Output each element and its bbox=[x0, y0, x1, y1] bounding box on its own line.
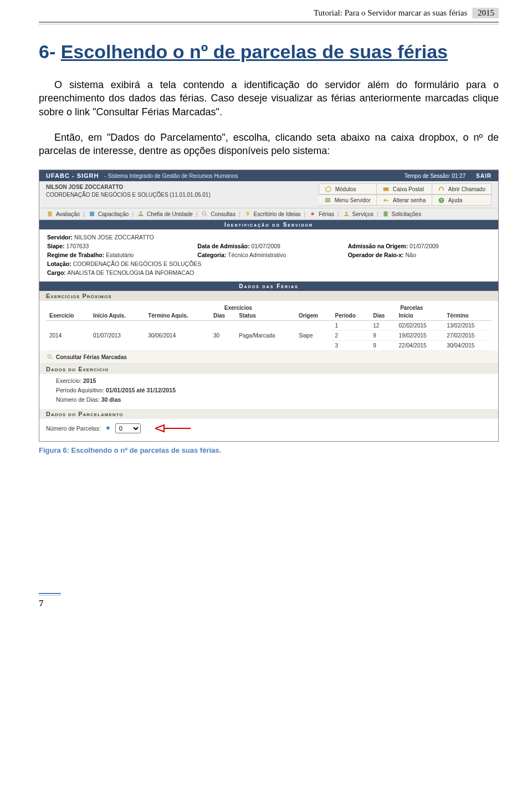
band-identificacao: Identificação do Servidor bbox=[39, 220, 498, 229]
svg-rect-19 bbox=[383, 212, 387, 217]
nav-servicos[interactable]: Serviços bbox=[342, 210, 374, 218]
consultar-ferias-link[interactable]: Consultar Férias Marcadas bbox=[46, 353, 127, 361]
consultar-ferias-label: Consultar Férias Marcadas bbox=[56, 354, 127, 360]
header-rule-thin bbox=[39, 24, 499, 24]
col-dias2: Dias bbox=[370, 311, 395, 321]
svg-point-17 bbox=[311, 213, 314, 216]
col-origem: Origem bbox=[295, 311, 332, 321]
col-termino: Término bbox=[443, 311, 492, 321]
exercicio-panel: Exercício: 2015 Período Aquisitivo: 01/0… bbox=[39, 374, 498, 408]
system-topbar: UFABC - SIGRH - Sistema Integrado de Ges… bbox=[39, 170, 498, 181]
nav-solicitacoes[interactable]: Solicitações bbox=[382, 210, 421, 218]
toplink-abrir-chamado[interactable]: Abrir Chamado bbox=[432, 183, 492, 195]
raiox-label: Operador de Raio-x: bbox=[348, 252, 404, 258]
toplink-label: Módulos bbox=[335, 186, 356, 192]
nav-ferias[interactable]: Férias bbox=[309, 210, 334, 218]
nav-label: Chefia de Unidade bbox=[147, 211, 193, 217]
doc-icon bbox=[382, 210, 390, 218]
user-name: NILSON JOSE ZOCCARATTO bbox=[46, 183, 319, 191]
nav-chefia[interactable]: Chefia de Unidade bbox=[137, 210, 193, 218]
person-icon bbox=[342, 210, 350, 218]
cell-periodo: 3 bbox=[332, 341, 370, 351]
toplink-alterar-senha[interactable]: Alterar senha bbox=[377, 195, 432, 206]
nav-avaliacao[interactable]: Avaliação bbox=[46, 210, 80, 218]
svg-rect-2 bbox=[325, 199, 331, 201]
svg-point-20 bbox=[48, 355, 51, 358]
toplink-caixa-postal[interactable]: Caixa Postal bbox=[377, 183, 432, 195]
brand-label: UFABC - SIGRH bbox=[46, 172, 99, 179]
page-number: 7 bbox=[39, 595, 61, 609]
nav-label: Férias bbox=[319, 211, 334, 217]
toplink-ajuda[interactable]: ? Ajuda bbox=[432, 195, 492, 206]
servidor-label: Servidor: bbox=[47, 234, 73, 241]
svg-point-18 bbox=[345, 212, 347, 214]
num-parcelas-select[interactable]: 0 bbox=[115, 423, 141, 433]
paragraph-2: Então, em "Dados do Parcelamento", escol… bbox=[39, 131, 499, 158]
siape-label: Siape: bbox=[47, 243, 65, 249]
user-unit: COORDENAÇÃO DE NEGÓCIOS E SOLUÇÕES (11.0… bbox=[46, 191, 319, 199]
cell-termino: 13/02/2015 bbox=[443, 321, 492, 331]
cell-termino: 30/04/2015 bbox=[443, 341, 492, 351]
logout-button[interactable]: SAIR bbox=[476, 173, 492, 179]
toplinks-grid: Módulos Caixa Postal Abrir Chamado bbox=[319, 183, 492, 206]
section-title: 6- Escolhendo o nº de parcelas de suas f… bbox=[39, 41, 499, 63]
cell-termino-aquis: 30/06/2014 bbox=[145, 321, 210, 351]
nav-escritorio-ideias[interactable]: Escritório de Ideias bbox=[244, 210, 301, 218]
table-row: 201401/07/201330/06/201430Paga/MarcadaSi… bbox=[46, 321, 492, 331]
svg-rect-12 bbox=[139, 214, 143, 216]
svg-marker-23 bbox=[155, 425, 164, 432]
svg-point-11 bbox=[140, 212, 142, 214]
page-footer: 7 bbox=[39, 593, 61, 609]
doc-header-title: Tutorial: Para o Servidor marcar as suas… bbox=[314, 8, 467, 17]
section-number: 6- bbox=[39, 41, 55, 62]
magnifier-icon bbox=[46, 353, 54, 361]
nav-label: Capacitação bbox=[98, 211, 129, 217]
svg-rect-3 bbox=[325, 201, 331, 202]
cell-inicio: 22/04/2015 bbox=[396, 341, 444, 351]
session-time-label: Tempo de Sessão: 01:27 bbox=[405, 173, 466, 179]
svg-point-4 bbox=[383, 199, 386, 201]
system-subtitle: - Sistema Integrado de Gestão de Recurso… bbox=[105, 173, 238, 179]
exerc-value: 2015 bbox=[83, 377, 96, 384]
figure-caption: Figura 6: Escolhendo o nº de parcelas de… bbox=[39, 446, 499, 454]
svg-line-14 bbox=[206, 215, 207, 217]
svg-rect-10 bbox=[90, 212, 94, 216]
toplink-modulos[interactable]: Módulos bbox=[319, 183, 377, 195]
cell-inicio: 19/02/2015 bbox=[396, 331, 444, 341]
nav-label: Consultas bbox=[211, 211, 235, 217]
parcelamento-row: Número de Parcelas: ★ 0 bbox=[39, 419, 498, 441]
band-ferias: Dados das Férias bbox=[39, 282, 498, 291]
adm-orig-value: 01/07/2009 bbox=[410, 243, 439, 249]
regime-value: Estatutário bbox=[106, 252, 134, 258]
nav-consultas[interactable]: Consultas bbox=[201, 210, 235, 218]
nav-label: Serviços bbox=[352, 211, 374, 217]
cell-exercicio: 2014 bbox=[46, 321, 90, 351]
col-exercicio: Exercício bbox=[46, 311, 90, 321]
group-exercicios: Exercícios bbox=[145, 303, 331, 311]
identificacao-panel: Servidor: NILSON JOSE ZOCCARATTO Siape: … bbox=[39, 229, 498, 282]
section-title-text: Escolhendo o nº de parcelas de suas féri… bbox=[61, 41, 448, 62]
svg-rect-1 bbox=[325, 198, 331, 199]
nav-capacitacao[interactable]: Capacitação bbox=[88, 210, 129, 218]
svg-text:?: ? bbox=[441, 198, 443, 202]
cargo-value: ANALISTA DE TECNOLOGIA DA INFORMACAO bbox=[67, 269, 194, 276]
screenshot-panel: UFABC - SIGRH - Sistema Integrado de Ges… bbox=[39, 170, 499, 441]
col-termino-aquis: Término Aquis. bbox=[145, 311, 210, 321]
cargo-label: Cargo: bbox=[47, 269, 66, 276]
nav-label: Solicitações bbox=[392, 211, 421, 217]
servidor-value: NILSON JOSE ZOCCARATTO bbox=[74, 234, 154, 241]
nav-label: Escritório de Ideias bbox=[254, 211, 301, 217]
mail-icon bbox=[382, 185, 390, 193]
ferias-table: Exercícios Parcelas Exercício Início Aqu… bbox=[46, 303, 492, 351]
adm-value: 01/07/2009 bbox=[251, 243, 280, 249]
col-inicio-aquis: Início Aquis. bbox=[90, 311, 145, 321]
cell-inicio-aquis: 01/07/2013 bbox=[90, 321, 145, 351]
toplink-menu-servidor[interactable]: Menu Servidor bbox=[319, 195, 377, 206]
toplink-label: Abrir Chamado bbox=[448, 186, 485, 192]
menu-icon bbox=[324, 196, 332, 204]
doc-header-year: 2015 bbox=[473, 8, 499, 18]
cell-periodo: 2 bbox=[332, 331, 370, 341]
search-icon bbox=[201, 210, 208, 218]
org-icon bbox=[137, 210, 145, 218]
svg-point-15 bbox=[246, 212, 249, 215]
